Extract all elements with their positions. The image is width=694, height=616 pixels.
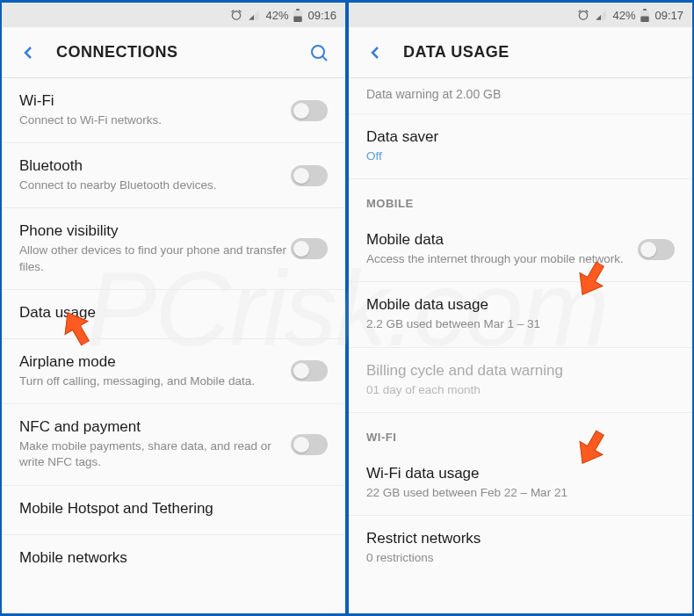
data-usage-screen: 42% 09:17 DATA USAGE Data warning at 2.0…: [349, 3, 692, 613]
data-saver-item[interactable]: Data saver Off: [349, 114, 692, 179]
phone-visibility-item[interactable]: Phone visibility Allow other devices to …: [2, 208, 345, 289]
battery-icon: [293, 9, 302, 22]
header: CONNECTIONS: [2, 27, 345, 78]
mobile-data-toggle[interactable]: [638, 239, 675, 260]
item-subtitle: Off: [366, 149, 675, 164]
hotspot-item[interactable]: Mobile Hotspot and Tethering: [2, 486, 345, 535]
item-title: Airplane mode: [19, 353, 291, 371]
status-bar: 42% 09:17: [349, 3, 692, 27]
signal-icon: [248, 9, 260, 21]
item-subtitle: 0 restrictions: [366, 550, 675, 566]
item-subtitle: Allow other devices to find your phone a…: [19, 243, 291, 274]
item-title: Wi-Fi: [19, 92, 291, 110]
item-title: Data saver: [366, 128, 675, 146]
item-title: Mobile data usage: [366, 296, 675, 314]
data-warning-text: Data warning at 2.00 GB: [349, 78, 692, 114]
phone-visibility-toggle[interactable]: [291, 238, 328, 259]
airplane-mode-item[interactable]: Airplane mode Turn off calling, messagin…: [2, 339, 345, 404]
header: DATA USAGE: [349, 27, 692, 78]
back-button[interactable]: [18, 42, 39, 63]
svg-rect-2: [294, 16, 302, 22]
header-title: DATA USAGE: [403, 43, 676, 62]
alarm-icon: [577, 9, 589, 21]
svg-rect-6: [641, 16, 649, 22]
data-usage-item[interactable]: Data usage: [2, 290, 345, 339]
item-title: Wi-Fi data usage: [366, 465, 675, 482]
header-title: CONNECTIONS: [56, 43, 308, 62]
item-title: Data usage: [19, 304, 328, 322]
item-subtitle: Turn off calling, messaging, and Mobile …: [19, 373, 291, 389]
item-subtitle: 22 GB used between Feb 22 – Mar 21: [366, 485, 675, 501]
item-subtitle: Access the internet through your mobile …: [366, 251, 638, 267]
mobile-section-header: MOBILE: [349, 179, 692, 217]
clock: 09:16: [307, 9, 336, 22]
nfc-toggle[interactable]: [291, 434, 328, 455]
item-title: Restrict networks: [366, 530, 675, 547]
item-subtitle: 2.2 GB used between Mar 1 – 31: [366, 316, 675, 332]
item-title: NFC and payment: [19, 418, 291, 436]
restrict-networks-item[interactable]: Restrict networks 0 restrictions: [349, 516, 692, 580]
status-bar: 42% 09:16: [2, 3, 345, 27]
item-title: Mobile Hotspot and Tethering: [19, 500, 328, 518]
search-button[interactable]: [308, 42, 329, 63]
item-title: Mobile data: [366, 231, 638, 249]
alarm-icon: [230, 9, 242, 21]
battery-icon: [640, 9, 649, 22]
battery-percent: 42%: [265, 9, 288, 22]
clock: 09:17: [654, 9, 683, 22]
item-subtitle: Connect to nearby Bluetooth devices.: [19, 178, 291, 193]
wifi-data-usage-item[interactable]: Wi-Fi data usage 22 GB used between Feb …: [349, 451, 692, 516]
item-subtitle: Make mobile payments, share data, and re…: [19, 438, 291, 470]
settings-list: Data warning at 2.00 GB Data saver Off M…: [349, 78, 692, 613]
wifi-section-header: WI-FI: [349, 413, 692, 451]
wifi-item[interactable]: Wi-Fi Connect to Wi-Fi networks.: [2, 78, 345, 143]
item-subtitle: 01 day of each month: [366, 382, 675, 398]
back-button[interactable]: [365, 42, 386, 63]
mobile-data-usage-item[interactable]: Mobile data usage 2.2 GB used between Ma…: [349, 282, 692, 347]
signal-icon: [595, 9, 607, 21]
mobile-networks-item[interactable]: Mobile networks: [2, 535, 345, 583]
nfc-payment-item[interactable]: NFC and payment Make mobile payments, sh…: [2, 404, 345, 485]
item-title: Billing cycle and data warning: [366, 362, 675, 380]
svg-point-3: [312, 46, 324, 58]
wifi-toggle[interactable]: [291, 100, 328, 121]
connections-screen: 42% 09:16 CONNECTIONS Wi-Fi Connect to W…: [2, 3, 345, 613]
battery-percent: 42%: [612, 9, 635, 22]
billing-cycle-item[interactable]: Billing cycle and data warning 01 day of…: [349, 348, 692, 413]
settings-list: Wi-Fi Connect to Wi-Fi networks. Bluetoo…: [2, 78, 345, 613]
airplane-toggle[interactable]: [291, 360, 328, 381]
svg-rect-5: [644, 9, 647, 11]
item-subtitle: Connect to Wi-Fi networks.: [19, 112, 291, 128]
mobile-data-item[interactable]: Mobile data Access the internet through …: [349, 217, 692, 282]
item-title: Mobile networks: [19, 549, 328, 567]
item-title: Bluetooth: [19, 157, 291, 175]
svg-rect-1: [297, 9, 300, 11]
item-title: Phone visibility: [19, 222, 291, 240]
bluetooth-toggle[interactable]: [291, 165, 328, 186]
bluetooth-item[interactable]: Bluetooth Connect to nearby Bluetooth de…: [2, 143, 345, 208]
